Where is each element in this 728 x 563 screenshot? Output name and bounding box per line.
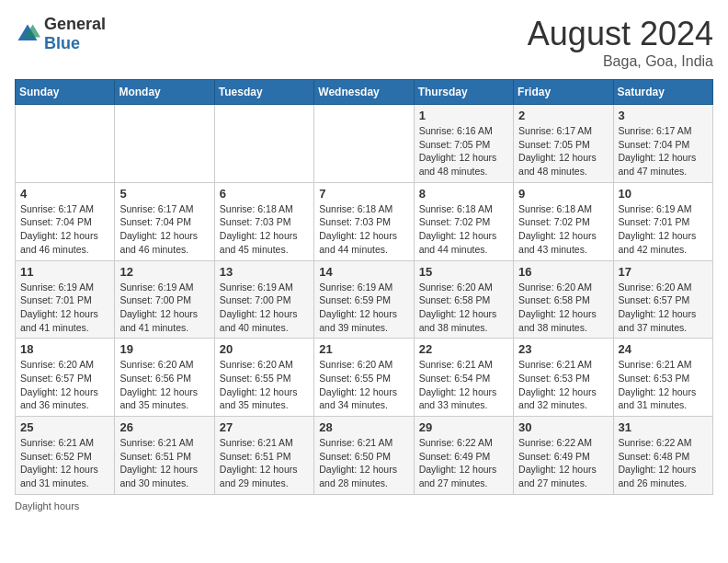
day-info: Sunrise: 6:20 AM Sunset: 6:55 PM Dayligh… xyxy=(220,358,309,412)
calendar-cell: 17Sunrise: 6:20 AM Sunset: 6:57 PM Dayli… xyxy=(613,260,712,339)
calendar-cell: 2Sunrise: 6:17 AM Sunset: 7:05 PM Daylig… xyxy=(514,105,613,183)
calendar-cell: 3Sunrise: 6:17 AM Sunset: 7:04 PM Daylig… xyxy=(613,105,712,183)
day-number: 1 xyxy=(419,109,508,122)
day-info: Sunrise: 6:21 AM Sunset: 6:52 PM Dayligh… xyxy=(20,436,109,490)
calendar-cell: 7Sunrise: 6:18 AM Sunset: 7:03 PM Daylig… xyxy=(314,182,414,260)
calendar-cell: 21Sunrise: 6:20 AM Sunset: 6:55 PM Dayli… xyxy=(314,339,414,417)
logo: General Blue xyxy=(15,15,106,53)
day-number: 4 xyxy=(20,187,109,201)
calendar-cell: 13Sunrise: 6:19 AM Sunset: 7:00 PM Dayli… xyxy=(214,260,313,339)
calendar-cell: 28Sunrise: 6:21 AM Sunset: 6:50 PM Dayli… xyxy=(314,417,414,495)
calendar-cell: 20Sunrise: 6:20 AM Sunset: 6:55 PM Dayli… xyxy=(214,339,313,417)
day-number: 9 xyxy=(518,187,608,201)
day-number: 12 xyxy=(119,265,209,279)
calendar-cell xyxy=(214,105,313,183)
day-info: Sunrise: 6:19 AM Sunset: 7:01 PM Dayligh… xyxy=(619,202,708,257)
day-number: 20 xyxy=(220,342,309,356)
day-number: 25 xyxy=(20,420,109,434)
logo-general-text: General xyxy=(44,15,106,33)
weekday-header: Thursday xyxy=(414,80,513,105)
calendar-cell: 27Sunrise: 6:21 AM Sunset: 6:51 PM Dayli… xyxy=(214,417,313,495)
day-number: 23 xyxy=(518,342,608,356)
day-info: Sunrise: 6:18 AM Sunset: 7:02 PM Dayligh… xyxy=(518,202,608,257)
page-header: General Blue August 2024 Baga, Goa, Indi… xyxy=(15,15,713,70)
daylight-label: Daylight hours xyxy=(15,500,79,511)
weekday-header: Friday xyxy=(514,80,613,105)
day-number: 18 xyxy=(20,342,109,356)
calendar-cell: 30Sunrise: 6:22 AM Sunset: 6:49 PM Dayli… xyxy=(514,417,613,495)
day-number: 22 xyxy=(419,342,508,356)
weekday-header-row: SundayMondayTuesdayWednesdayThursdayFrid… xyxy=(16,80,713,105)
day-info: Sunrise: 6:18 AM Sunset: 7:03 PM Dayligh… xyxy=(319,202,408,257)
day-number: 11 xyxy=(20,265,109,279)
day-info: Sunrise: 6:17 AM Sunset: 7:04 PM Dayligh… xyxy=(619,124,708,178)
day-number: 6 xyxy=(220,187,309,201)
calendar-cell: 18Sunrise: 6:20 AM Sunset: 6:57 PM Dayli… xyxy=(16,339,115,417)
day-number: 21 xyxy=(319,342,408,356)
calendar-cell: 6Sunrise: 6:18 AM Sunset: 7:03 PM Daylig… xyxy=(214,182,313,260)
calendar-cell: 5Sunrise: 6:17 AM Sunset: 7:04 PM Daylig… xyxy=(115,182,214,260)
day-info: Sunrise: 6:18 AM Sunset: 7:03 PM Dayligh… xyxy=(220,202,309,257)
calendar-cell: 25Sunrise: 6:21 AM Sunset: 6:52 PM Dayli… xyxy=(16,417,115,495)
day-info: Sunrise: 6:21 AM Sunset: 6:54 PM Dayligh… xyxy=(419,358,508,412)
day-number: 2 xyxy=(518,109,608,122)
title-block: August 2024 Baga, Goa, India xyxy=(528,15,713,70)
logo-icon xyxy=(15,21,40,47)
day-info: Sunrise: 6:18 AM Sunset: 7:02 PM Dayligh… xyxy=(419,202,508,257)
day-number: 19 xyxy=(119,342,209,356)
day-info: Sunrise: 6:20 AM Sunset: 6:56 PM Dayligh… xyxy=(119,358,209,412)
day-number: 29 xyxy=(419,420,508,434)
weekday-header: Saturday xyxy=(613,80,712,105)
calendar-cell: 22Sunrise: 6:21 AM Sunset: 6:54 PM Dayli… xyxy=(414,339,513,417)
location-text: Baga, Goa, India xyxy=(528,53,713,70)
day-number: 24 xyxy=(619,342,708,356)
day-info: Sunrise: 6:21 AM Sunset: 6:51 PM Dayligh… xyxy=(119,436,209,490)
day-info: Sunrise: 6:20 AM Sunset: 6:58 PM Dayligh… xyxy=(419,281,508,335)
calendar-cell: 31Sunrise: 6:22 AM Sunset: 6:48 PM Dayli… xyxy=(613,417,712,495)
calendar-cell xyxy=(115,105,214,183)
day-info: Sunrise: 6:21 AM Sunset: 6:51 PM Dayligh… xyxy=(220,436,309,490)
day-number: 14 xyxy=(319,265,408,279)
day-info: Sunrise: 6:17 AM Sunset: 7:04 PM Dayligh… xyxy=(20,202,109,257)
day-number: 3 xyxy=(619,109,708,122)
calendar-week-row: 18Sunrise: 6:20 AM Sunset: 6:57 PM Dayli… xyxy=(16,339,713,417)
calendar-cell: 12Sunrise: 6:19 AM Sunset: 7:00 PM Dayli… xyxy=(115,260,214,339)
calendar-cell: 4Sunrise: 6:17 AM Sunset: 7:04 PM Daylig… xyxy=(16,182,115,260)
logo-blue-text: Blue xyxy=(44,34,80,52)
calendar-cell xyxy=(314,105,414,183)
day-info: Sunrise: 6:17 AM Sunset: 7:04 PM Dayligh… xyxy=(119,202,209,257)
day-info: Sunrise: 6:19 AM Sunset: 7:00 PM Dayligh… xyxy=(119,281,209,335)
day-info: Sunrise: 6:20 AM Sunset: 6:58 PM Dayligh… xyxy=(518,281,608,335)
day-number: 17 xyxy=(619,265,708,279)
calendar-table: SundayMondayTuesdayWednesdayThursdayFrid… xyxy=(15,79,713,495)
day-info: Sunrise: 6:22 AM Sunset: 6:49 PM Dayligh… xyxy=(419,436,508,490)
day-number: 27 xyxy=(220,420,309,434)
calendar-cell: 26Sunrise: 6:21 AM Sunset: 6:51 PM Dayli… xyxy=(115,417,214,495)
day-info: Sunrise: 6:20 AM Sunset: 6:57 PM Dayligh… xyxy=(20,358,109,412)
day-number: 8 xyxy=(419,187,508,201)
day-number: 7 xyxy=(319,187,408,201)
calendar-cell: 10Sunrise: 6:19 AM Sunset: 7:01 PM Dayli… xyxy=(613,182,712,260)
calendar-cell: 1Sunrise: 6:16 AM Sunset: 7:05 PM Daylig… xyxy=(414,105,513,183)
day-number: 5 xyxy=(119,187,209,201)
calendar-cell: 19Sunrise: 6:20 AM Sunset: 6:56 PM Dayli… xyxy=(115,339,214,417)
day-info: Sunrise: 6:17 AM Sunset: 7:05 PM Dayligh… xyxy=(518,124,608,178)
day-number: 10 xyxy=(619,187,708,201)
day-number: 30 xyxy=(518,420,608,434)
calendar-week-row: 1Sunrise: 6:16 AM Sunset: 7:05 PM Daylig… xyxy=(16,105,713,183)
day-info: Sunrise: 6:16 AM Sunset: 7:05 PM Dayligh… xyxy=(419,124,508,178)
weekday-header: Tuesday xyxy=(214,80,313,105)
calendar-week-row: 25Sunrise: 6:21 AM Sunset: 6:52 PM Dayli… xyxy=(16,417,713,495)
footer: Daylight hours xyxy=(15,500,713,511)
day-info: Sunrise: 6:19 AM Sunset: 7:00 PM Dayligh… xyxy=(220,281,309,335)
calendar-cell: 11Sunrise: 6:19 AM Sunset: 7:01 PM Dayli… xyxy=(16,260,115,339)
day-info: Sunrise: 6:20 AM Sunset: 6:57 PM Dayligh… xyxy=(619,281,708,335)
calendar-week-row: 4Sunrise: 6:17 AM Sunset: 7:04 PM Daylig… xyxy=(16,182,713,260)
calendar-cell: 9Sunrise: 6:18 AM Sunset: 7:02 PM Daylig… xyxy=(514,182,613,260)
calendar-cell: 15Sunrise: 6:20 AM Sunset: 6:58 PM Dayli… xyxy=(414,260,513,339)
calendar-cell: 23Sunrise: 6:21 AM Sunset: 6:53 PM Dayli… xyxy=(514,339,613,417)
day-info: Sunrise: 6:20 AM Sunset: 6:55 PM Dayligh… xyxy=(319,358,408,412)
day-number: 31 xyxy=(619,420,708,434)
calendar-cell: 29Sunrise: 6:22 AM Sunset: 6:49 PM Dayli… xyxy=(414,417,513,495)
day-info: Sunrise: 6:22 AM Sunset: 6:49 PM Dayligh… xyxy=(518,436,608,490)
